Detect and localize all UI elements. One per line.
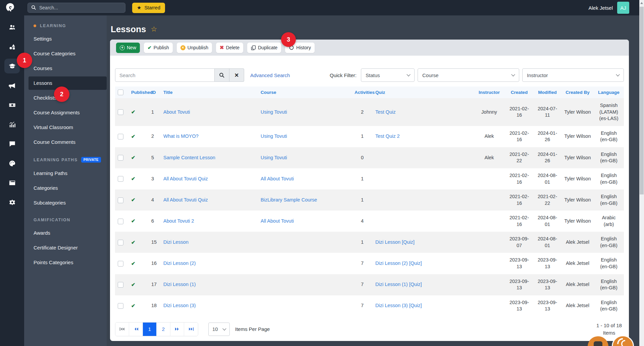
- cell-link[interactable]: All About Tovuti Quiz: [163, 197, 208, 203]
- cell-link[interactable]: Test Quiz 2: [375, 133, 400, 139]
- new-button[interactable]: +New: [116, 43, 140, 53]
- status-filter-select[interactable]: Status: [361, 68, 415, 82]
- duplicate-button[interactable]: Duplicate: [247, 43, 281, 53]
- cell-link[interactable]: Dizi Lesson [Quiz]: [375, 239, 415, 245]
- cell-link[interactable]: About Tovuti 2: [163, 218, 194, 224]
- instructor-filter-select[interactable]: Instructor: [522, 68, 624, 82]
- clear-search-button[interactable]: ✕: [229, 68, 244, 82]
- publish-button[interactable]: ✔Publish: [144, 43, 173, 53]
- scrollbar-up-arrow[interactable]: [640, 2, 643, 4]
- shapes-icon[interactable]: [4, 39, 20, 54]
- cell-link[interactable]: Dizi Lesson (3): [163, 303, 196, 308]
- chat-icon[interactable]: [4, 136, 20, 151]
- column-header-created-by[interactable]: Created By: [561, 86, 594, 98]
- sidebar-item-course-comments[interactable]: Course Comments: [24, 135, 107, 149]
- cell-link[interactable]: Using Tovuti: [261, 109, 287, 115]
- cell-link[interactable]: Test Quiz: [375, 109, 395, 115]
- row-checkbox[interactable]: [118, 240, 123, 245]
- sidebar-item-courses[interactable]: Courses: [24, 62, 107, 75]
- brand-launcher-button[interactable]: [612, 335, 634, 346]
- row-checkbox[interactable]: [118, 155, 123, 161]
- lesson-created: 2021-02-16: [505, 189, 533, 211]
- cell-link[interactable]: All About Tovuti: [261, 218, 294, 224]
- sidebar-item-categories[interactable]: Categories: [24, 181, 107, 195]
- cell-link[interactable]: What is MOYO?: [163, 133, 199, 139]
- course-filter-select[interactable]: Course: [418, 68, 519, 82]
- palette-icon[interactable]: [4, 156, 20, 171]
- sidebar-item-lessons[interactable]: Lessons: [29, 76, 107, 90]
- row-checkbox[interactable]: [118, 282, 123, 288]
- row-checkbox[interactable]: [118, 109, 123, 115]
- column-header-instructor[interactable]: Instructor: [473, 86, 505, 98]
- column-header-modified[interactable]: Modified: [533, 86, 561, 98]
- delete-button[interactable]: ✖Delete: [216, 43, 243, 53]
- sidebar-item-virtual-classroom[interactable]: Virtual Classroom: [24, 121, 107, 134]
- items-per-page-select[interactable]: 10: [208, 323, 230, 336]
- cell-link[interactable]: Dizi Lesson: [163, 239, 189, 245]
- tovuti-logo[interactable]: [5, 2, 16, 13]
- unpublish-button[interactable]: ✕Unpublish: [177, 43, 212, 53]
- cell-link[interactable]: Dizi Lesson (3) [Quiz]: [375, 303, 422, 308]
- table-row: ✔5Sample Content LessonUsing Tovuti0Alek…: [115, 147, 624, 168]
- column-header-language[interactable]: Language: [594, 86, 624, 98]
- column-header-created[interactable]: Created: [505, 86, 533, 98]
- row-checkbox[interactable]: [118, 261, 123, 267]
- window-icon[interactable]: [4, 175, 20, 190]
- sidebar-item-settings[interactable]: Settings: [24, 32, 107, 46]
- table-row: ✔16Dizi Lesson (2)7Dizi Lesson (2) [Quiz…: [115, 253, 624, 274]
- money-icon[interactable]: [4, 98, 20, 112]
- table-search-input[interactable]: [115, 68, 215, 82]
- pagination-next-button[interactable]: [170, 323, 184, 336]
- column-header-published[interactable]: Published: [128, 86, 149, 98]
- column-header-title[interactable]: Title: [161, 86, 258, 98]
- pagination-last-button[interactable]: [184, 323, 198, 336]
- sidebar-item-points-categories[interactable]: Points Categories: [24, 256, 107, 269]
- cell-link[interactable]: Dizi Lesson (2) [Quiz]: [375, 261, 422, 266]
- cell-link[interactable]: Using Tovuti: [261, 133, 287, 139]
- pagination-page-2[interactable]: 2: [157, 323, 170, 336]
- favorite-star-icon[interactable]: ☆: [151, 25, 157, 33]
- gear-icon[interactable]: [4, 195, 20, 210]
- cell-link[interactable]: Dizi Lesson (2): [163, 261, 196, 266]
- pagination-page-1[interactable]: 1: [143, 323, 157, 336]
- column-header-course[interactable]: Course: [258, 86, 352, 98]
- search-button[interactable]: [215, 68, 229, 82]
- cell-link[interactable]: About Tovuti: [163, 109, 190, 115]
- published-check-icon: ✔: [131, 282, 136, 287]
- cell-link[interactable]: Using Tovuti: [261, 155, 287, 160]
- pagination-first-button[interactable]: [115, 323, 129, 336]
- column-header-activities[interactable]: Activities: [352, 86, 373, 98]
- select-all-checkbox[interactable]: [118, 90, 123, 95]
- cell-link[interactable]: All About Tovuti: [261, 176, 294, 181]
- row-checkbox[interactable]: [118, 303, 123, 309]
- sidebar-item-subcategories[interactable]: Subcategories: [24, 196, 107, 210]
- column-header-quiz[interactable]: Quiz: [373, 86, 473, 98]
- scrollbar-thumb[interactable]: [640, 7, 644, 194]
- lesson-modified: 2023-09-13: [533, 274, 561, 295]
- global-search-input[interactable]: [28, 3, 125, 13]
- sidebar-item-course-assignments[interactable]: Course Assignments: [24, 106, 107, 119]
- cell-link[interactable]: BizLibrary Sample Course: [261, 197, 317, 203]
- sidebar-item-certificate-designer[interactable]: Certificate Designer: [24, 241, 107, 254]
- row-checkbox[interactable]: [118, 197, 123, 203]
- sidebar-item-learning-paths[interactable]: Learning Paths: [24, 167, 107, 180]
- pagination-prev-button[interactable]: [129, 323, 143, 336]
- sidebar-item-awards[interactable]: Awards: [24, 226, 107, 240]
- lesson-modified: 2023-09-13: [533, 253, 561, 274]
- chevron-down-icon: [616, 72, 620, 76]
- row-checkbox[interactable]: [118, 134, 123, 139]
- row-checkbox[interactable]: [118, 176, 123, 182]
- megaphone-icon[interactable]: [4, 78, 20, 93]
- avatar[interactable]: AJ: [617, 2, 629, 14]
- sidebar-item-course-categories[interactable]: Course Categories: [24, 47, 107, 60]
- row-checkbox[interactable]: [118, 219, 123, 224]
- lesson-quiz: Dizi Lesson [Quiz]: [373, 232, 473, 253]
- starred-button[interactable]: ★ Starred: [132, 3, 165, 13]
- cell-link[interactable]: Sample Content Lesson: [163, 155, 215, 160]
- advanced-search-link[interactable]: Advanced Search: [250, 72, 290, 78]
- users-icon[interactable]: [4, 20, 20, 35]
- cell-link[interactable]: All About Tovuti Quiz: [163, 176, 208, 181]
- analytics-icon[interactable]: [4, 117, 20, 132]
- cell-link[interactable]: Dizi Lesson (1) [Quiz]: [375, 282, 422, 287]
- cell-link[interactable]: Dizi Lesson (1): [163, 282, 196, 287]
